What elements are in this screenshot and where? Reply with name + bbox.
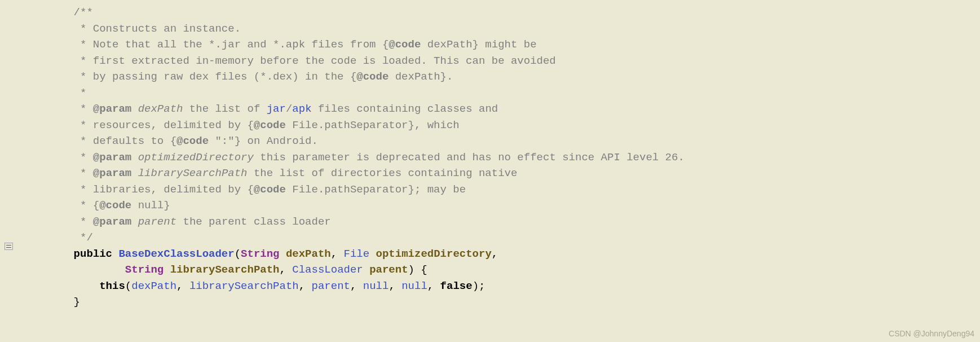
comment-line: * @param optimizedDirectory this paramet… — [0, 150, 980, 166]
method-body: this(dexPath, librarySearchPath, parent,… — [0, 278, 980, 295]
type-classloader: ClassLoader — [292, 264, 363, 276]
javadoc-code-tag: @code — [356, 71, 389, 83]
code-editor-viewport: /** * Constructs an instance. * Note tha… — [0, 0, 980, 342]
javadoc-param-tag: @param — [93, 103, 131, 115]
param-optimizeddir: optimizedDirectory — [376, 248, 492, 260]
arg: parent — [312, 280, 350, 292]
param-parent: parent — [369, 264, 408, 276]
param-libsearchpath: librarySearchPath — [170, 264, 280, 276]
javadoc-param-tag: @param — [93, 167, 131, 179]
comment-line: * Constructs an instance. — [0, 21, 980, 37]
comment-line: * defaults to {@code ":"} on Android. — [0, 133, 980, 150]
method-signature-cont: String librarySearchPath, ClassLoader pa… — [0, 262, 980, 278]
javadoc-code-tag: @code — [99, 199, 131, 212]
comment-line: * resources, delimited by {@code File.pa… — [0, 117, 980, 134]
arg-null: null — [401, 280, 427, 292]
arg: dexPath — [131, 280, 176, 292]
comment-line: * libraries, delimited by {@code File.pa… — [0, 182, 980, 198]
javadoc-code-tag: @code — [389, 38, 421, 51]
type-file: File — [344, 248, 370, 260]
comment-line: * — [0, 85, 980, 102]
watermark-text: CSDN @JohnnyDeng94 — [889, 328, 974, 340]
method-name: BaseDexClassLoader — [118, 248, 234, 260]
javadoc-code-tag: @code — [254, 119, 286, 131]
comment-line: /** — [0, 5, 980, 21]
comment-line: * Note that all the *.jar and *.apk file… — [0, 37, 980, 53]
comment-line: * {@code null} — [0, 198, 980, 214]
param-dexpath: dexPath — [286, 248, 331, 260]
gutter-fold-icon[interactable] — [5, 243, 13, 250]
javadoc-param-tag: @param — [93, 151, 131, 164]
comment-line: * first extracted in-memory before the c… — [0, 53, 980, 69]
code-block: /** * Constructs an instance. * Note tha… — [0, 0, 980, 310]
type-string: String — [241, 248, 279, 260]
keyword-this: this — [99, 280, 125, 292]
javadoc-param-name: dexPath — [131, 103, 183, 115]
keyword-public: public — [74, 248, 112, 260]
javadoc-param-tag: @param — [93, 216, 131, 228]
comment-line: * @param parent the parent class loader — [0, 214, 980, 230]
comment-line: */ — [0, 230, 980, 246]
javadoc-code-tag: @code — [176, 135, 209, 147]
comment-line: * @param librarySearchPath the list of d… — [0, 165, 980, 182]
arg: librarySearchPath — [189, 280, 299, 292]
arg-null: null — [363, 280, 389, 292]
close-brace: } — [0, 294, 980, 310]
javadoc-param-name: optimizedDirectory — [131, 151, 254, 164]
arg-false: false — [440, 280, 473, 292]
link-jar: jar — [267, 103, 286, 115]
link-apk: apk — [292, 103, 311, 115]
method-signature: public BaseDexClassLoader(String dexPath… — [0, 246, 980, 262]
comment-line: * by passing raw dex files (*.dex) in th… — [0, 69, 980, 85]
javadoc-code-tag: @code — [254, 183, 286, 196]
javadoc-param-name: librarySearchPath — [131, 167, 247, 179]
comment-line: * @param dexPath the list of jar/apk fil… — [0, 101, 980, 117]
javadoc-param-name: parent — [131, 216, 176, 228]
type-string: String — [125, 264, 164, 276]
